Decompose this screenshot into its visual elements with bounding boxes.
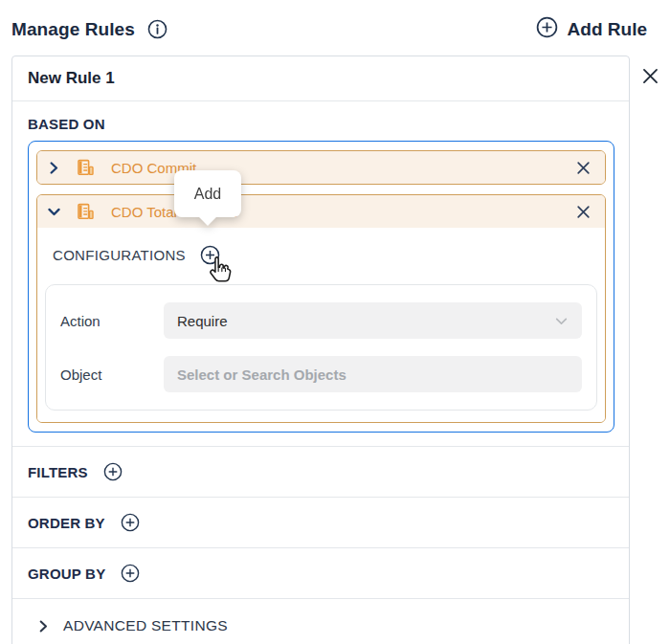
data-table-icon — [77, 159, 95, 177]
close-icon[interactable] — [638, 64, 661, 87]
rule-card: New Rule 1 BASED ON — [11, 56, 630, 644]
order-by-label: ORDER BY — [28, 515, 105, 531]
source-body: CONFIGURATIONS Action — [37, 228, 605, 422]
group-by-label: GROUP BY — [28, 566, 105, 582]
source-item-cdo-commit: CDO Commit — [36, 150, 606, 185]
action-label: Action — [60, 313, 164, 329]
based-on-section: BASED ON — [12, 101, 629, 446]
info-icon[interactable] — [147, 19, 168, 39]
chevron-right-icon[interactable] — [47, 162, 60, 174]
add-rule-button[interactable]: Add Rule — [536, 16, 647, 42]
advanced-settings-row[interactable]: ADVANCED SETTINGS — [12, 598, 629, 644]
data-table-icon — [77, 203, 95, 221]
add-group-by-button[interactable] — [121, 564, 140, 583]
configurations-label: CONFIGURATIONS — [53, 247, 186, 263]
chevron-down-icon — [554, 314, 569, 328]
configuration-fields-panel: Action Require — [45, 284, 597, 411]
source-header[interactable]: CDO Commit — [37, 151, 605, 184]
add-order-by-button[interactable] — [121, 513, 140, 532]
add-filter-button[interactable] — [103, 462, 123, 481]
manage-rules-header: Manage Rules Add Rule — [0, 0, 670, 42]
close-icon[interactable] — [573, 202, 593, 222]
source-header[interactable]: CDO Total Forecast — [37, 195, 605, 228]
object-search-input[interactable] — [164, 356, 582, 392]
chevron-right-icon[interactable] — [37, 620, 50, 633]
page-title: Manage Rules — [11, 19, 135, 40]
close-icon[interactable] — [573, 158, 593, 178]
filters-section-row: FILTERS — [12, 446, 629, 497]
object-field-row: Object — [46, 347, 596, 401]
source-item-cdo-total-forecast: CDO Total Forecast CONFIGURATIONS — [36, 194, 606, 423]
action-select-value: Require — [177, 313, 554, 329]
chevron-down-icon[interactable] — [47, 206, 60, 218]
action-select[interactable]: Require — [164, 302, 582, 339]
add-tooltip-label: Add — [174, 170, 241, 217]
object-label: Object — [60, 366, 164, 383]
plus-circle-icon — [536, 16, 558, 42]
rule-card-header: New Rule 1 — [12, 56, 629, 101]
add-configuration-button[interactable] — [200, 245, 220, 265]
group-by-section-row: GROUP BY — [12, 547, 629, 598]
add-rule-label: Add Rule — [568, 19, 647, 40]
filters-label: FILTERS — [28, 464, 88, 480]
order-by-section-row: ORDER BY — [12, 497, 629, 547]
sources-container: CDO Commit — [28, 141, 614, 433]
based-on-label: BASED ON — [28, 116, 614, 132]
rule-title: New Rule 1 — [28, 69, 115, 87]
action-field-row: Action Require — [46, 294, 596, 347]
advanced-settings-label: ADVANCED SETTINGS — [63, 617, 228, 634]
add-tooltip: Add — [174, 170, 241, 217]
